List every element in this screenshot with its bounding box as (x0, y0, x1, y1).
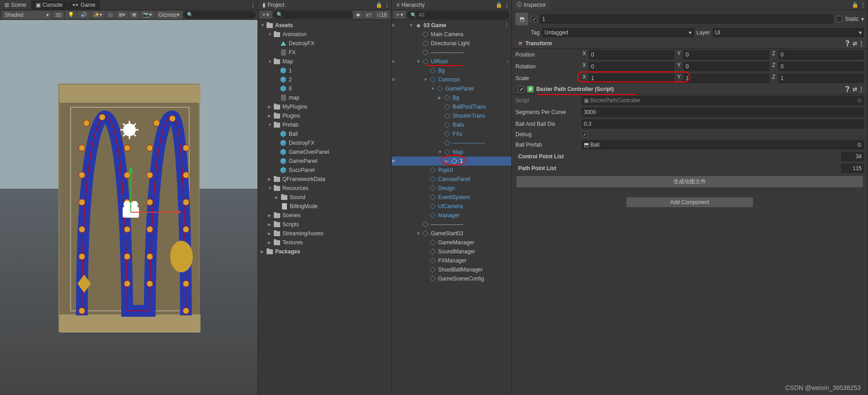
pos-x[interactable]: 0 (589, 50, 674, 59)
prefab-succpanel[interactable]: SuccPanel (258, 166, 391, 175)
go-sep[interactable]: ------------------ (392, 48, 511, 57)
go-gmgr[interactable]: GameManager (392, 238, 511, 247)
prefab-8[interactable]: 8 (258, 84, 391, 93)
prefab-1[interactable]: 1 (258, 66, 391, 75)
shading-mode-dropdown[interactable]: Shaded▾ (2, 11, 52, 19)
tab-console[interactable]: ▣Console (31, 0, 67, 10)
go-smgr[interactable]: SoundManager (392, 247, 511, 256)
panel-menu-icon[interactable]: ⋮ (250, 2, 256, 8)
generate-map-button[interactable]: 生成地图文件 (516, 176, 863, 187)
chevron-right-icon[interactable]: › (507, 58, 509, 65)
grid-toggle-icon[interactable]: ⊞▾ (116, 11, 128, 19)
go-fxmgr[interactable]: FXManager (392, 256, 511, 265)
audio-icon[interactable]: 🔊 (78, 11, 90, 19)
panel-menu-icon[interactable]: ⋮ (384, 2, 390, 8)
object-picker-icon[interactable]: ⊙ (857, 142, 862, 148)
lock-icon[interactable]: 🔒 (376, 2, 382, 8)
go-manager[interactable]: Manager (392, 211, 511, 220)
go-bg[interactable]: Bg (392, 66, 511, 75)
add-button[interactable]: + ▾ (394, 11, 406, 19)
prefab-ball[interactable]: Ball (258, 129, 391, 138)
hidden-icon[interactable]: 👁̸ (106, 11, 115, 19)
folder-resources[interactable]: Resources (258, 184, 391, 193)
hidden-toggle-icon[interactable]: 👁̸16 (375, 11, 390, 19)
eye-icon[interactable]: 👁 (392, 23, 398, 28)
transform-header[interactable]: ⤧ Transform ❔ ⇄ ⋮ (512, 38, 868, 49)
go-gsc[interactable]: GameSceneConfig (392, 274, 511, 283)
chevron-down-icon[interactable]: ▾ (861, 16, 864, 22)
tab-hierarchy[interactable]: ≡Hierarchy (392, 0, 429, 10)
go-fxs[interactable]: FXs (392, 129, 511, 138)
rot-x[interactable]: 0 (589, 62, 674, 71)
prefab-destroyfx[interactable]: DestroyFX (258, 138, 391, 148)
bezier-header[interactable]: # Bezier Path Controller (Script) ❔ ⇄ ⋮ (512, 84, 868, 95)
ppl-count[interactable]: 115 (841, 164, 864, 173)
scene-menu-icon[interactable]: ⋮ (504, 22, 510, 29)
go-gamestart[interactable]: GameStart03 (392, 229, 511, 238)
folder-scenes[interactable]: Scenes (258, 211, 391, 220)
segments-field[interactable]: 3000 (582, 108, 864, 117)
cpl-count[interactable]: 34 (841, 152, 864, 161)
pos-y[interactable]: 0 (683, 50, 769, 59)
folder-scripts[interactable]: Scripts (258, 220, 391, 229)
eye-icon[interactable]: 👁 (392, 159, 398, 164)
component-menu[interactable]: ❔ ⇄ ⋮ (844, 86, 864, 92)
static-checkbox[interactable] (836, 16, 842, 22)
lock-icon[interactable]: 🔒 (496, 2, 502, 8)
go-balls[interactable]: Balls (392, 120, 511, 129)
gizmos-dropdown[interactable]: Gizmos ▾ (156, 11, 182, 19)
folder-packages[interactable]: Packages (258, 247, 391, 256)
rot-z[interactable]: 0 (778, 62, 864, 71)
project-tree[interactable]: Assets Animation DestroyFX FX Map 1 2 8 … (258, 20, 391, 395)
hierarchy-tree[interactable]: 👁◈03 Game⋮ Main Camera Directional Light… (392, 20, 511, 395)
folder-qframework[interactable]: QFrameworkData (258, 175, 391, 184)
go-uiroot[interactable]: 👁UIRoot› (392, 57, 511, 66)
folder-assets[interactable]: Assets (258, 21, 391, 30)
add-component-button[interactable]: Add Component (626, 197, 753, 207)
scene-search[interactable]: 🔍 (183, 11, 256, 19)
prefab-gameoverpanel[interactable]: GameOverPanel (258, 148, 391, 157)
go-bg2[interactable]: Bg (392, 93, 511, 102)
ball-dist-field[interactable]: 0.3 (582, 119, 864, 128)
go-design[interactable]: Design (392, 184, 511, 193)
tab-inspector[interactable]: ⓘInspector (512, 0, 550, 10)
scale-y[interactable]: 1 (683, 74, 769, 83)
active-checkbox[interactable] (531, 16, 537, 22)
folder-plugins[interactable]: Plugins (258, 111, 391, 120)
go-popui[interactable]: PopUI (392, 166, 511, 175)
go-sep3[interactable]: ------------------ (392, 220, 511, 229)
folder-myplugins[interactable]: MyPlugins (258, 102, 391, 111)
ball-prefab-field[interactable]: ⬒ Ball⊙ (582, 140, 864, 149)
light-icon[interactable]: 💡 (65, 11, 77, 19)
fx-icon[interactable]: ✨▾ (91, 11, 105, 19)
go-1-selected[interactable]: 👁1 (392, 157, 511, 166)
name-field[interactable]: 1 (540, 14, 833, 24)
rot-y[interactable]: 0 (683, 62, 769, 71)
component-enabled-checkbox[interactable] (518, 86, 525, 92)
folder-animation[interactable]: Animation (258, 30, 391, 39)
file-map[interactable]: map (258, 93, 391, 102)
go-ballpool[interactable]: BallPoolTrans (392, 102, 511, 111)
folder-map[interactable]: Map (258, 57, 391, 66)
scale-z[interactable]: 1 (778, 74, 864, 83)
component-menu[interactable]: ❔ ⇄ ⋮ (844, 40, 864, 47)
hierarchy-search[interactable]: 🔍 All (407, 11, 510, 19)
folder-textures[interactable]: Textures (258, 238, 391, 247)
file-billing[interactable]: BillingMode (258, 202, 391, 211)
eye-icon[interactable]: 👁 (392, 59, 398, 64)
tab-game[interactable]: 👓Game (67, 0, 100, 10)
go-eventsys[interactable]: EventSystem (392, 193, 511, 202)
go-gamepanel[interactable]: GamePanel (392, 84, 511, 93)
go-sep2[interactable]: ------------------ (392, 138, 511, 148)
go-canvas[interactable]: CanvasPanel (392, 175, 511, 184)
go-common[interactable]: 👁Common (392, 75, 511, 84)
camera-icon[interactable]: 📷▾ (140, 11, 155, 19)
prefab-2[interactable]: 2 (258, 75, 391, 84)
folder-streaming[interactable]: StreamingAssets (258, 229, 391, 238)
add-button[interactable]: + ▾ (260, 11, 272, 19)
panel-menu-icon[interactable]: ⋮ (504, 2, 510, 8)
tab-scene[interactable]: ⊞Scene (0, 0, 31, 10)
filter-label-icon[interactable]: 🏷 (363, 11, 374, 19)
layer-dropdown[interactable]: UI▾ (713, 28, 864, 37)
file-destroyfx[interactable]: DestroyFX (258, 39, 391, 48)
